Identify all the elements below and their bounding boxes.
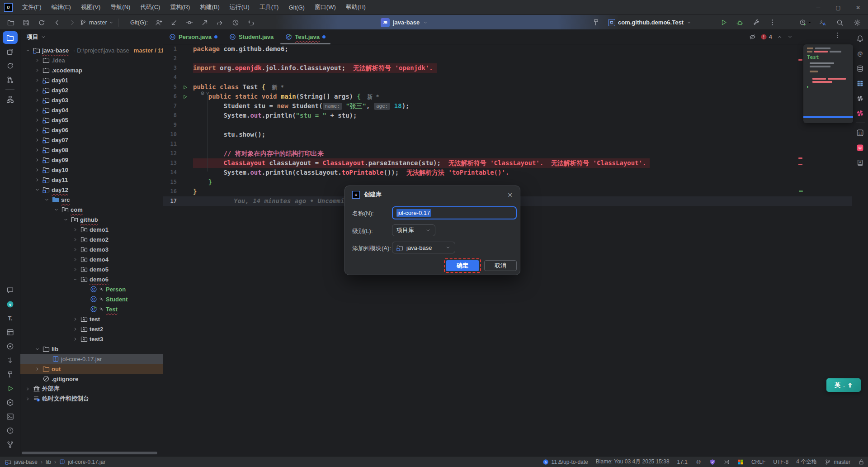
menu-导航(N)[interactable]: 导航(N) — [105, 0, 135, 15]
tool-bell-button[interactable] — [853, 32, 868, 45]
tool-dictionary-button[interactable]: A — [853, 156, 868, 169]
chevron-down-icon[interactable] — [33, 346, 41, 352]
chevron-right-icon[interactable] — [71, 326, 79, 332]
chevron-right-icon[interactable] — [71, 267, 79, 272]
tree-item-demo2[interactable]: demo2 — [20, 234, 163, 244]
run-button[interactable] — [717, 16, 730, 29]
tool-pinwheel-button[interactable] — [853, 92, 868, 105]
build-button[interactable] — [592, 15, 600, 30]
chevron-right-icon[interactable] — [71, 247, 79, 253]
cancel-button[interactable]: 取消 — [484, 260, 517, 271]
status-branch-master[interactable]: master — [825, 459, 850, 465]
tree-item-.gitignore[interactable]: .gitignore — [20, 374, 163, 384]
menu-构建(B)[interactable]: 构建(B) — [195, 0, 224, 15]
status-text-UTF-8[interactable]: UTF-8 — [773, 459, 788, 465]
status-unlock[interactable] — [858, 459, 864, 465]
sync-button[interactable] — [35, 16, 48, 29]
breadcrumb-java-base[interactable]: java-base — [5, 459, 38, 465]
user-plus-button[interactable] — [152, 16, 165, 29]
tool-v-plugin-button[interactable]: v — [3, 298, 18, 310]
chevron-right-icon[interactable] — [33, 366, 41, 372]
tool-sync-button[interactable] — [3, 59, 18, 72]
tool-chat-button[interactable] — [3, 284, 18, 296]
tool-problems-button[interactable] — [3, 424, 18, 437]
chevron-right-icon[interactable] — [33, 67, 41, 73]
ime-indicator[interactable]: 英 ․ ⇧ — [826, 378, 861, 392]
chevron-right-icon[interactable] — [33, 167, 41, 173]
level-select[interactable]: 项目库 — [392, 224, 435, 236]
tree-item-test[interactable]: test — [20, 314, 163, 324]
code-line-3[interactable]: 3import org.openjdk.jol.info.ClassLayout… — [163, 63, 852, 73]
tree-item-demo6[interactable]: demo6 — [20, 274, 163, 284]
branch-widget[interactable]: master — [80, 15, 121, 30]
tree-item-demo3[interactable]: demo3 — [20, 244, 163, 254]
chevron-right-icon[interactable] — [33, 127, 41, 133]
git-update-button[interactable] — [168, 16, 180, 29]
tree-item-src[interactable]: src — [20, 195, 163, 205]
tree-item-day09[interactable]: day09 — [20, 155, 163, 165]
tab-Test.java[interactable]: CTest.java — [279, 30, 331, 44]
tree-item-day05[interactable]: day05 — [20, 115, 163, 125]
chevron-right-icon[interactable] — [24, 386, 31, 392]
history-button[interactable] — [229, 16, 242, 29]
chevron-right-icon[interactable] — [33, 157, 41, 163]
breadcrumb-lib[interactable]: lib — [46, 459, 51, 465]
back-button[interactable] — [51, 16, 63, 29]
status-text-Blame: You 03 4月 2025 15:38[interactable]: Blame: You 03 4月 2025 15:38 — [596, 458, 670, 466]
tool-run-button[interactable] — [3, 382, 18, 395]
app-logo-icon[interactable]: IJ — [4, 3, 13, 12]
chevron-right-icon[interactable] — [33, 137, 41, 143]
chevron-down-icon[interactable] — [24, 48, 31, 53]
menu-重构(R)[interactable]: 重构(R) — [165, 0, 195, 15]
code-line-4[interactable]: 4 — [163, 73, 852, 82]
inspections-widget[interactable]: 4 — [749, 33, 793, 40]
tool-pull-requests-button[interactable] — [3, 73, 18, 86]
tree-item-java-base[interactable]: java-base- D:\project\java-basemaster / … — [20, 45, 163, 55]
maximize-button[interactable]: ▢ — [828, 0, 848, 15]
more-vert-button[interactable] — [766, 16, 778, 29]
chevron-down-icon[interactable] — [52, 207, 60, 213]
search-button[interactable] — [834, 16, 846, 29]
code-line-1[interactable]: 1package com.github.demo6; — [163, 44, 852, 54]
run-gutter-icon[interactable] — [181, 94, 189, 100]
close-button[interactable]: ✕ — [848, 0, 868, 15]
chevron-right-icon[interactable] — [33, 117, 41, 123]
settings-button[interactable] — [851, 16, 863, 29]
tree-item-day04[interactable]: day04 — [20, 105, 163, 115]
minimap-preview[interactable]: Test — [803, 44, 853, 123]
tool-app-u-button[interactable]: U — [853, 141, 868, 154]
forward-button[interactable] — [66, 16, 79, 29]
tree-item-demo4[interactable]: demo4 — [20, 254, 163, 264]
code-line-8[interactable]: 8 System.out.println("stu = " + stu); — [163, 111, 852, 120]
cherry-button[interactable] — [214, 16, 226, 29]
prev-error-icon[interactable] — [777, 34, 783, 40]
code-line-7[interactable]: 7 Student stu = new Student(name: "张三", … — [163, 101, 852, 111]
tree-item-.xcodemap[interactable]: .xcodemap — [20, 65, 163, 75]
chevron-right-icon[interactable] — [33, 177, 41, 183]
wrench-button[interactable] — [750, 16, 762, 29]
next-error-icon[interactable] — [787, 34, 793, 40]
tree-item-.idea[interactable]: .idea — [20, 55, 163, 65]
tree-item-外部库[interactable]: 外部库 — [20, 384, 163, 394]
chevron-right-icon[interactable] — [71, 336, 79, 342]
tool-database-button[interactable] — [853, 62, 868, 75]
debug-button[interactable] — [733, 16, 746, 29]
tool-shuriken-button[interactable] — [853, 107, 868, 119]
tree-item-day01[interactable]: day01 — [20, 75, 163, 85]
module-select[interactable]: java-base — [392, 242, 455, 253]
menu-工具(T)[interactable]: 工具(T) — [255, 0, 284, 15]
tool-grid-button[interactable] — [853, 77, 868, 90]
tree-item-out[interactable]: out — [20, 364, 163, 374]
code-line-12[interactable]: 12 // 将对象在内存中的结构打印出来 — [163, 149, 852, 158]
tree-item-demo1[interactable]: demo1 — [20, 224, 163, 234]
status-sync-status-11 Δ/up-to-date[interactable]: Δ11 Δ/up-to-date — [542, 459, 588, 465]
tree-item-day03[interactable]: day03 — [20, 95, 163, 105]
code-line-2[interactable]: 2 — [163, 54, 852, 63]
tool-build-hammer-button[interactable] — [3, 368, 18, 381]
tool-terminal-button[interactable] — [3, 410, 18, 423]
breadcrumb-jol-core-0.17.jar[interactable]: jol-core-0.17.jar — [59, 459, 105, 465]
tab-Person.java[interactable]: CPerson.java — [163, 30, 223, 44]
chevron-right-icon[interactable] — [33, 77, 41, 83]
chevron-right-icon[interactable] — [33, 97, 41, 103]
tool-at-button[interactable]: @ — [853, 47, 868, 60]
